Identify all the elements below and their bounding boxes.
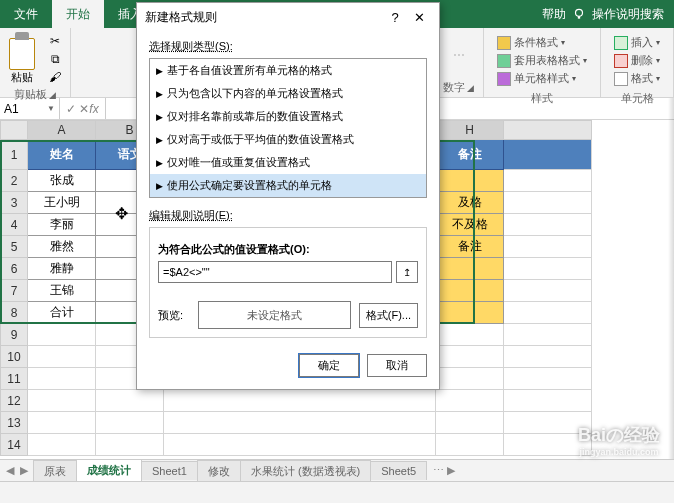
table-format-icon: [497, 54, 511, 68]
insert-cells-button[interactable]: 插入▾: [611, 34, 663, 51]
table-format-button[interactable]: 套用表格格式▾: [494, 52, 590, 69]
tell-me-search[interactable]: 操作说明搜索: [592, 6, 664, 23]
sheet-tab[interactable]: Sheet1: [141, 461, 198, 480]
formula-input[interactable]: [158, 261, 392, 283]
close-button[interactable]: ✕: [407, 10, 431, 25]
row-header[interactable]: 3: [0, 192, 28, 214]
rule-option[interactable]: ▶只为包含以下内容的单元格设置格式: [150, 82, 426, 105]
format-button[interactable]: 格式(F)...: [359, 303, 418, 328]
preview-label: 预览:: [158, 308, 190, 323]
ok-button[interactable]: 确定: [299, 354, 359, 377]
row-header[interactable]: 6: [0, 258, 28, 280]
chevron-down-icon[interactable]: ▼: [47, 104, 55, 113]
delete-icon: [614, 54, 628, 68]
row-header[interactable]: 2: [0, 170, 28, 192]
cut-button[interactable]: ✂: [46, 33, 64, 49]
copy-button[interactable]: ⧉: [46, 51, 64, 67]
tab-file[interactable]: 文件: [0, 0, 52, 28]
format-painter-button[interactable]: 🖌: [46, 69, 64, 85]
row-header[interactable]: 11: [0, 368, 28, 390]
status-bar: [0, 481, 674, 503]
new-format-rule-dialog: 新建格式规则 ? ✕ 选择规则类型(S): ▶基于各自值设置所有单元格的格式 ▶…: [136, 2, 440, 390]
ribbon-group-number: ⋯ 数字◢: [434, 28, 484, 97]
formula-label: 为符合此公式的值设置格式(O):: [158, 242, 418, 257]
dialog-titlebar[interactable]: 新建格式规则 ? ✕: [137, 3, 439, 31]
cell[interactable]: 王小明: [28, 192, 96, 214]
row-headers: 1 2 3 4 5 6 7 8 9 10 11 12 13 14: [0, 140, 28, 456]
conditional-format-button[interactable]: 条件格式▾: [494, 34, 590, 51]
cell[interactable]: [436, 170, 504, 192]
sheet-tab[interactable]: Sheet5: [370, 461, 427, 480]
tab-home[interactable]: 开始: [52, 0, 104, 28]
cell[interactable]: [436, 258, 504, 280]
rule-option[interactable]: ▶仅对高于或低于平均值的数值设置格式: [150, 128, 426, 151]
tab-help[interactable]: 帮助: [542, 6, 566, 23]
cell[interactable]: 姓名: [28, 140, 96, 170]
fx-button[interactable]: ✓ ✕ fx: [60, 98, 106, 119]
preview-box: 未设定格式: [198, 301, 351, 329]
cell[interactable]: 备注: [436, 140, 504, 170]
sheet-tab-active[interactable]: 成绩统计: [76, 459, 142, 483]
rule-option-selected[interactable]: ▶使用公式确定要设置格式的单元格: [150, 174, 426, 197]
row-header[interactable]: 1: [0, 140, 28, 170]
range-picker-button[interactable]: ↥: [396, 261, 418, 283]
cell[interactable]: 及格: [436, 192, 504, 214]
name-box-value: A1: [4, 102, 19, 116]
ribbon-group-clipboard: 粘贴 ✂ ⧉ 🖌 剪贴板◢: [0, 28, 71, 97]
cell[interactable]: 雅然: [28, 236, 96, 258]
mouse-cursor: [115, 204, 133, 222]
cell[interactable]: 张成: [28, 170, 96, 192]
cell[interactable]: 王锦: [28, 280, 96, 302]
rule-option[interactable]: ▶仅对排名靠前或靠后的数值设置格式: [150, 105, 426, 128]
row-header[interactable]: 4: [0, 214, 28, 236]
sheet-tab[interactable]: 原表: [33, 460, 77, 482]
name-box[interactable]: A1 ▼: [0, 98, 60, 119]
sheet-tab[interactable]: 水果统计 (数据透视表): [240, 460, 371, 482]
select-all-corner[interactable]: [0, 120, 28, 140]
rule-type-list[interactable]: ▶基于各自值设置所有单元格的格式 ▶只为包含以下内容的单元格设置格式 ▶仅对排名…: [149, 58, 427, 198]
collapse-icon: ↥: [403, 267, 411, 278]
lightbulb-icon: [572, 7, 586, 21]
number-group-label: 数字: [443, 80, 465, 95]
cell-styles-icon: [497, 72, 511, 86]
row-header[interactable]: 7: [0, 280, 28, 302]
clipboard-icon: [6, 32, 38, 70]
sheet-nav[interactable]: ◀▶: [0, 464, 34, 477]
rule-option[interactable]: ▶基于各自值设置所有单元格的格式: [150, 59, 426, 82]
cell[interactable]: [436, 280, 504, 302]
cell[interactable]: 雅静: [28, 258, 96, 280]
styles-group-label: 样式: [531, 91, 553, 106]
cancel-button[interactable]: 取消: [367, 354, 427, 377]
cell[interactable]: 备注: [436, 236, 504, 258]
col-header-h[interactable]: H: [436, 120, 504, 140]
scroll-more-icon[interactable]: ⋯ ▶: [427, 464, 461, 477]
copy-icon: ⧉: [51, 52, 60, 66]
format-cells-button[interactable]: 格式▾: [611, 70, 663, 87]
cell[interactable]: [436, 302, 504, 324]
cell[interactable]: 不及格: [436, 214, 504, 236]
help-button[interactable]: ?: [383, 10, 407, 25]
row-header[interactable]: 14: [0, 434, 28, 456]
nav-prev-icon[interactable]: ◀: [6, 464, 14, 477]
rule-option[interactable]: ▶仅对唯一值或重复值设置格式: [150, 151, 426, 174]
row-header[interactable]: 9: [0, 324, 28, 346]
cell[interactable]: 李丽: [28, 214, 96, 236]
paste-button[interactable]: 粘贴: [6, 32, 38, 85]
cell-styles-button[interactable]: 单元格样式▾: [494, 70, 590, 87]
edit-rule-desc-label: 编辑规则说明(E):: [149, 208, 427, 223]
cells-group-label: 单元格: [621, 91, 654, 106]
row-header[interactable]: 12: [0, 390, 28, 412]
dialog-title-text: 新建格式规则: [145, 9, 383, 26]
row-header[interactable]: 13: [0, 412, 28, 434]
row-header[interactable]: 10: [0, 346, 28, 368]
col-header-a[interactable]: A: [28, 120, 96, 140]
delete-cells-button[interactable]: 删除▾: [611, 52, 663, 69]
row-header[interactable]: 5: [0, 236, 28, 258]
sheet-tab[interactable]: 修改: [197, 460, 241, 482]
select-rule-type-label: 选择规则类型(S):: [149, 39, 427, 54]
nav-next-icon[interactable]: ▶: [20, 464, 28, 477]
svg-rect-1: [578, 16, 580, 18]
cell[interactable]: 合计: [28, 302, 96, 324]
ribbon-group-styles: 条件格式▾ 套用表格格式▾ 单元格样式▾ 样式: [484, 28, 601, 97]
row-header[interactable]: 8: [0, 302, 28, 324]
